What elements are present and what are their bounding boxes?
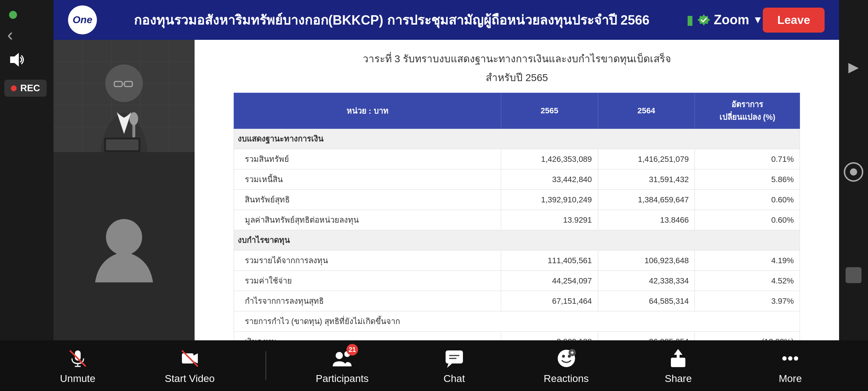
main-content: One กองทุนรวมอสังหาริมทรัพย์บางกอก(BKKCP… [54,0,839,340]
start-video-label: Start Video [165,373,215,384]
more-label: More [779,373,802,384]
right-sidebar: ► [839,0,868,340]
row-val-3: 0.60% [695,190,800,210]
row-label: รวมเหนี้สิน [234,169,501,190]
row-val-3: 4.52% [695,271,800,291]
logo-text: One [73,14,92,26]
table-row: กำไรจากการลงทุนสุทธิ 67,151,464 64,585,3… [234,291,800,311]
start-video-icon [178,347,201,370]
square-button[interactable] [846,267,861,283]
left-sidebar: ‹ REC [0,0,54,340]
row-label: รายการกำไว (ขาดทุน) สุทธิที่ยังไม่เกิดขึ… [234,311,800,332]
svg-point-33 [562,355,565,358]
svg-point-42 [794,356,798,361]
zoom-label: Zoom [714,12,749,28]
table-row: งบกำไรขาดทุน [234,230,800,251]
participants-label: Participants [316,373,369,384]
start-video-button[interactable]: Start Video [154,347,226,384]
presenter-scene-svg [54,40,195,152]
row-val-2: 1,384,659,647 [598,190,695,210]
row-val-1: 67,151,464 [501,291,598,311]
record-button[interactable] [844,162,863,182]
share-icon [667,347,690,370]
chat-icon [443,347,466,370]
participants-button[interactable]: 21 Participants [306,347,378,384]
back-arrow-icon[interactable]: ‹ [7,26,13,43]
rec-label: REC [20,83,40,94]
zoom-badge[interactable]: ▮ Zoom ▼ [686,12,763,28]
table-row: สินทรัพย์สุทธิ 1,392,910,249 1,384,659,6… [234,190,800,210]
row-label: กำไรจากการลงทุนสุทธิ [234,291,501,311]
reactions-icon [555,347,578,370]
row-val-3: 0.71% [695,149,800,169]
video-muted-icon [179,348,201,369]
row-label: มูลค่าสินทรัพย์สุทธิต่อหน่วยลงทุน [234,210,501,230]
row-val-2: 13.8466 [598,210,695,230]
col-header-change: อัตราการเปลี่ยนแปลง (%) [695,93,800,129]
zoom-shield-icon: ▮ [686,12,694,28]
collapse-panel-icon[interactable]: ► [845,57,862,77]
row-val-1: 2,009,138 [501,332,598,341]
row-label: รวมค่าใช้จ่าย [234,271,501,291]
header-title: กองทุนรวมอสังหาริมทรัพย์บางกอก(BKKCP) กา… [97,10,686,30]
data-table: หน่วย : บาท 2565 2564 อัตราการเปลี่ยนแปล… [234,93,800,340]
presentation-content: วาระที่ 3 รับทราบงบแสดงฐานะทางการเงินและ… [195,40,839,340]
row-val-3: 3.97% [695,291,800,311]
table-row: เงินลงทุน 2,009,138 26,985,054 (12.22%) [234,332,800,341]
row-val-2: 1,416,251,079 [598,149,695,169]
zoom-chevron-icon: ▼ [753,14,763,26]
svg-rect-28 [446,350,463,363]
table-row: รวมค่าใช้จ่าย 44,254,097 42,338,334 4.52… [234,271,800,291]
table-row: มูลค่าสินทรัพย์สุทธิต่อหน่วยลงทุน 13.929… [234,210,800,230]
share-label: Share [665,373,692,384]
mic-muted-icon [67,348,89,369]
presentation-sub-subtitle: สำหรับปี 2565 [486,70,548,85]
table-row: รวมเหนี้สิน 33,442,840 31,591,432 5.86% [234,169,800,190]
logo-circle: One [68,5,97,34]
table-row: รวมรายได้จากการลงทุน 111,405,561 106,923… [234,251,800,271]
presentation-subtitle: วาระที่ 3 รับทราบงบแสดงฐานะทางการเงินและ… [363,51,671,67]
section-title-1: งบแสดงฐานะทางการเงิน [234,129,800,149]
rec-badge: REC [4,80,47,97]
svg-marker-0 [10,53,19,67]
row-val-1: 44,254,097 [501,271,598,291]
logo-area: One [68,5,97,34]
video-panel [54,40,195,340]
row-label: สินทรัพย์สุทธิ [234,190,501,210]
presenter-video [54,40,195,152]
chat-button[interactable]: Chat [418,347,490,384]
table-row: รายการกำไว (ขาดทุน) สุทธิที่ยังไม่เกิดขึ… [234,311,800,332]
participants-icon: 21 [331,347,354,370]
svg-marker-29 [447,363,452,368]
row-val-3: 4.19% [695,251,800,271]
row-val-1: 111,405,561 [501,251,598,271]
col-header-2564: 2564 [598,93,695,129]
chat-label: Chat [443,373,465,384]
row-val-3: 5.86% [695,169,800,190]
header-bar: One กองทุนรวมอสังหาริมทรัพย์บางกอก(BKKCP… [54,0,839,40]
svg-point-26 [336,352,343,359]
speaker-icon[interactable] [7,51,25,72]
row-val-1: 33,442,840 [501,169,598,190]
section-title-2: งบกำไรขาดทุน [234,230,800,251]
unmute-button[interactable]: Unmute [42,347,114,384]
row-val-2: 106,923,648 [598,251,695,271]
row-label: รวมรายได้จากการลงทุน [234,251,501,271]
col-header-label: หน่วย : บาท [234,93,501,129]
unmute-label: Unmute [60,373,95,384]
svg-rect-23 [182,353,193,363]
toolbar-divider [265,351,266,380]
svg-point-40 [782,356,787,361]
share-button[interactable]: Share [642,347,714,384]
table-row: รวมสินทรัพย์ 1,426,353,089 1,416,251,079… [234,149,800,169]
presenter-video-inner [54,40,195,152]
more-button[interactable]: More [754,347,826,384]
reactions-svg-icon [556,348,577,369]
row-val-1: 1,426,353,089 [501,149,598,169]
col-header-2565: 2565 [501,93,598,129]
row-val-1: 13.9291 [501,210,598,230]
leave-button[interactable]: Leave [763,8,825,33]
table-header-row: หน่วย : บาท 2565 2564 อัตราการเปลี่ยนแปล… [234,93,800,129]
bottom-toolbar: Unmute Start Video 21 Participants [0,340,868,391]
reactions-button[interactable]: Reactions [530,347,603,384]
